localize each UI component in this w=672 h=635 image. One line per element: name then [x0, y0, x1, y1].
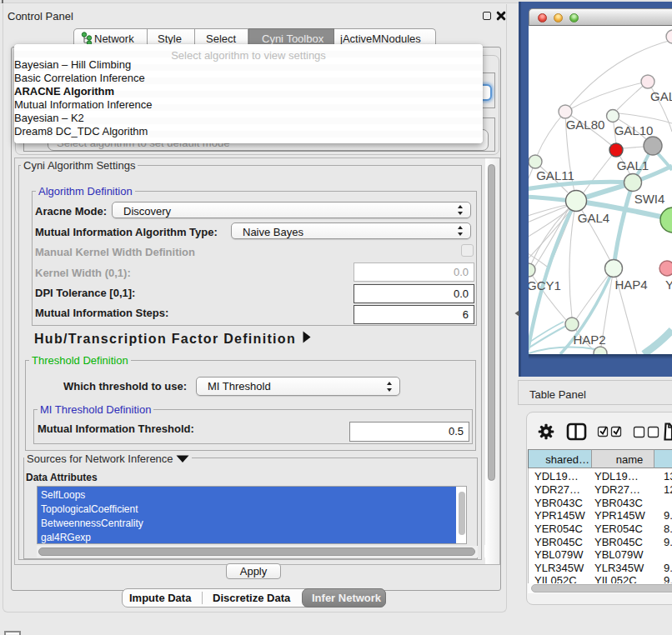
svg-text:GAL11: GAL11 [536, 168, 574, 182]
svg-text:GAL80: GAL80 [566, 118, 605, 132]
svg-text:Y: Y [665, 278, 672, 292]
svg-text:GAL10: GAL10 [614, 123, 654, 138]
svg-text:GCY1: GCY1 [529, 278, 561, 292]
svg-text:HAP4: HAP4 [614, 278, 647, 292]
svg-text:GAL1: GAL1 [617, 158, 649, 172]
svg-text:HAP2: HAP2 [573, 332, 605, 347]
svg-text:GAL7: GAL7 [650, 89, 672, 103]
svg-text:SWI4: SWI4 [634, 192, 665, 206]
svg-text:GAL4: GAL4 [578, 211, 609, 225]
